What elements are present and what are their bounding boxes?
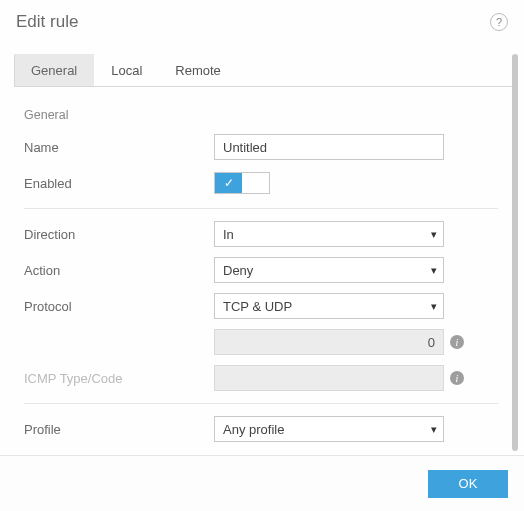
section-general-label: General [24, 108, 498, 122]
enabled-toggle[interactable]: ✓ [214, 172, 270, 194]
tab-general[interactable]: General [14, 54, 94, 86]
ok-button[interactable]: OK [428, 470, 508, 498]
protocol-number-input [214, 329, 444, 355]
profile-label: Profile [24, 422, 214, 437]
divider [24, 403, 498, 404]
profile-select[interactable]: Any profile ▾ [214, 416, 444, 442]
check-icon: ✓ [215, 173, 242, 193]
dialog-footer: OK [0, 455, 524, 511]
chevron-down-icon: ▾ [431, 423, 437, 436]
direction-label: Direction [24, 227, 214, 242]
dialog-title: Edit rule [16, 12, 78, 32]
protocol-label: Protocol [24, 299, 214, 314]
form-area: General Name Enabled ✓ Direction In [14, 92, 508, 451]
direction-select[interactable]: In ▾ [214, 221, 444, 247]
chevron-down-icon: ▾ [431, 264, 437, 277]
profile-value: Any profile [223, 422, 284, 437]
info-icon[interactable]: i [450, 371, 464, 385]
tab-local[interactable]: Local [94, 54, 159, 86]
scrollbar[interactable] [512, 54, 518, 451]
info-icon[interactable]: i [450, 335, 464, 349]
enabled-label: Enabled [24, 176, 214, 191]
name-label: Name [24, 140, 214, 155]
direction-value: In [223, 227, 234, 242]
chevron-down-icon: ▾ [431, 300, 437, 313]
icmp-label: ICMP Type/Code [24, 371, 214, 386]
tab-remote[interactable]: Remote [158, 54, 238, 86]
protocol-value: TCP & UDP [223, 299, 292, 314]
icmp-input [214, 365, 444, 391]
chevron-down-icon: ▾ [431, 228, 437, 241]
protocol-select[interactable]: TCP & UDP ▾ [214, 293, 444, 319]
tab-bar: General Local Remote [14, 54, 518, 87]
divider [24, 208, 498, 209]
action-select[interactable]: Deny ▾ [214, 257, 444, 283]
name-input[interactable] [214, 134, 444, 160]
action-label: Action [24, 263, 214, 278]
action-value: Deny [223, 263, 253, 278]
help-icon[interactable]: ? [490, 13, 508, 31]
